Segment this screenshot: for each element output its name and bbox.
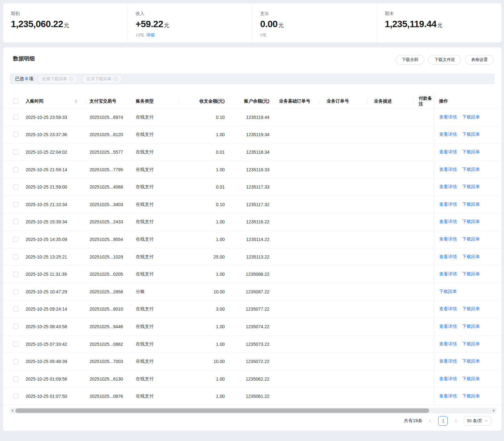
row-checkbox[interactable] [13,394,18,399]
download-receipt-link[interactable]: 下载回单 [462,114,480,120]
row-select-cell [3,248,26,266]
table-row: 2025-10-25 22:04:0220251025...5577在线支付0.… [3,143,501,161]
download-receipt-link[interactable]: 下载回单 [462,132,480,137]
cell-base-order-no [271,353,320,370]
view-detail-link[interactable]: 查看详情 [439,219,457,225]
view-detail-link[interactable]: 查看详情 [439,114,457,120]
scroll-left-arrow-icon[interactable] [12,409,13,412]
merge-download-button[interactable]: 合并下载回单i [82,74,122,83]
download-receipt-link[interactable]: 下载回单 [462,306,480,312]
view-detail-link[interactable]: 查看详情 [439,202,457,207]
download-receipt-link[interactable]: 下载回单 [462,236,480,242]
cell-payment-remark [414,126,434,143]
scroll-right-arrow-icon[interactable] [493,409,495,412]
download-receipt-link[interactable]: 下载回单 [462,149,480,155]
download-receipt-link[interactable]: 下载回单 [462,393,480,399]
table-row: 2025-10-25 14:35:0920251025...9554在线支付1.… [3,231,501,248]
summary-income: 收入 +59.22元 19笔详细 [128,3,252,43]
col-header-payment-remark: 付款备注 [414,94,434,108]
prev-page-button[interactable] [428,416,433,426]
view-detail-link[interactable]: 查看详情 [439,306,457,312]
col-header-balance: 账户余额(元) [226,94,271,108]
cell-entry-time: 2025-10-25 23:59:33 [26,109,86,126]
cell-amount: 1.00 [179,388,226,405]
row-checkbox[interactable] [13,150,18,155]
page-size-select[interactable]: 50 条/页 [464,416,491,426]
row-select-cell [3,283,26,300]
next-page-button[interactable] [453,416,458,426]
current-page-button[interactable]: 1 [438,416,448,426]
download-receipt-link[interactable]: 下载回单 [462,271,480,277]
download-receipt-link[interactable]: 下载回单 [462,254,480,260]
view-detail-link[interactable]: 查看详情 [439,254,457,260]
cell-balance: 1235077.22 [226,301,271,318]
cell-account-type: 分账 [133,283,179,300]
cell-balance: 1235074.22 [226,318,271,335]
table-row: 2025-10-25 09:24:1420251025...8010在线支付3.… [3,301,501,318]
cell-balance: 1235113.22 [226,248,271,266]
cell-actions: 下载回单 [434,283,501,300]
row-checkbox[interactable] [13,272,18,277]
cell-actions: 查看详情下载回单 [434,336,501,353]
row-checkbox[interactable] [13,219,18,224]
income-detail-link[interactable]: 详细 [146,33,154,37]
view-detail-link[interactable]: 查看详情 [439,324,457,329]
row-checkbox[interactable] [13,132,18,137]
download-receipt-link[interactable]: 下载回单 [462,202,480,207]
download-receipt-link[interactable]: 下载回单 [439,289,457,295]
view-detail-link[interactable]: 查看详情 [439,149,457,155]
row-checkbox[interactable] [13,289,18,294]
row-select-cell [3,318,26,335]
cell-transaction-no: 20251025...8010 [86,301,133,318]
row-checkbox[interactable] [13,324,18,329]
download-receipt-link[interactable]: 下载回单 [462,184,480,190]
row-checkbox[interactable] [13,376,18,382]
row-checkbox[interactable] [13,115,18,120]
col-header-entry-time[interactable]: 入账时间 [26,94,86,108]
view-detail-link[interactable]: 查看详情 [439,359,457,364]
download-all-button[interactable]: 下载全部 [396,55,424,65]
view-detail-link[interactable]: 查看详情 [439,184,457,190]
download-receipt-link[interactable]: 下载回单 [462,167,480,173]
scrollbar-thumb[interactable] [15,408,429,413]
view-detail-link[interactable]: 查看详情 [439,271,457,277]
download-receipt-link[interactable]: 下载回单 [462,376,480,382]
cell-amount: 1.00 [179,318,226,335]
cell-balance: 1235116.22 [226,213,271,231]
view-detail-link[interactable]: 查看详情 [439,393,457,399]
row-checkbox[interactable] [13,254,18,259]
row-checkbox[interactable] [13,237,18,242]
download-receipt-link[interactable]: 下载回单 [462,359,480,364]
download-receipt-link[interactable]: 下载回单 [462,219,480,225]
cell-entry-time: 2025-10-25 07:33:42 [26,336,86,353]
view-detail-link[interactable]: 查看详情 [439,376,457,382]
download-filezone-button[interactable]: 下载文件区 [428,55,461,65]
view-detail-link[interactable]: 查看详情 [439,341,457,347]
batch-download-button[interactable]: 批量下载回单i [37,74,78,83]
download-receipt-link[interactable]: 下载回单 [462,324,480,329]
cell-balance: 1235087.22 [226,283,271,300]
cell-description [368,388,414,405]
table-row: 2025-10-25 13:25:2120251025...1029在线支付25… [3,248,501,266]
cell-account-type: 在线支付 [133,266,179,283]
view-detail-link[interactable]: 查看详情 [439,236,457,242]
view-detail-link[interactable]: 查看详情 [439,132,457,137]
row-select-cell [3,178,26,196]
table-settings-button[interactable]: 表格设置 [465,55,494,65]
table-row: 2025-10-25 01:07:5020251025...0876在线支付1.… [3,388,501,406]
cell-description [368,266,414,283]
row-checkbox[interactable] [13,167,18,172]
row-checkbox[interactable] [13,306,18,312]
table-row: 2025-10-25 21:59:0020251025...4068在线支付0.… [3,178,501,196]
cell-description [368,370,414,388]
row-checkbox[interactable] [13,359,18,364]
row-select-cell [3,301,26,318]
select-all-checkbox[interactable] [13,99,18,104]
h-scrollbar[interactable] [10,408,496,414]
sort-icon[interactable] [75,99,77,103]
row-checkbox[interactable] [13,342,18,347]
row-checkbox[interactable] [13,202,18,207]
row-checkbox[interactable] [13,184,18,190]
download-receipt-link[interactable]: 下载回单 [462,341,480,347]
view-detail-link[interactable]: 查看详情 [439,167,457,173]
